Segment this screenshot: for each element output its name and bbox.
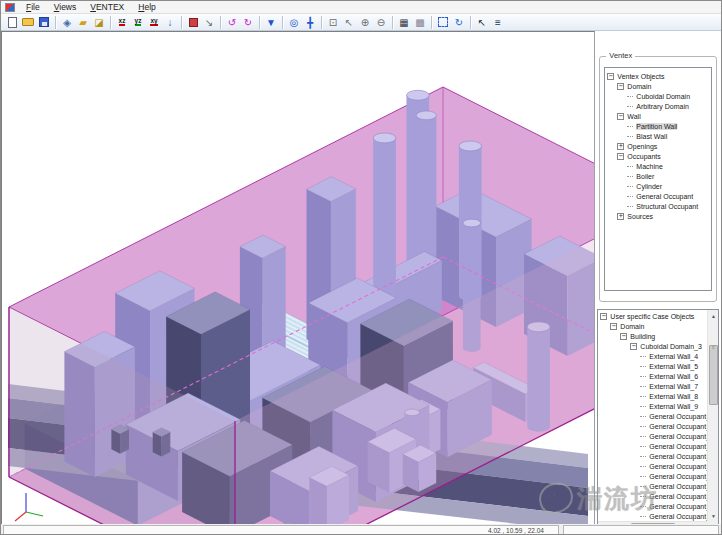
menu-item-ventex[interactable]: VENTEX [83, 1, 131, 13]
collapse-icon[interactable]: − [610, 323, 617, 330]
expand-icon[interactable]: + [617, 213, 624, 220]
tree-item[interactable]: −Wall [605, 111, 711, 121]
vertical-scrollbar[interactable]: ▲ ≡ ▼ [707, 310, 718, 521]
tree-item-label: General Occupant_16 [649, 473, 707, 480]
tree-item-label: External Wall_5 [649, 363, 698, 370]
pan-icon[interactable]: ╋ [302, 15, 318, 30]
collapse-icon[interactable]: − [617, 153, 624, 160]
side-panel: Ventex −Ventex Objects−DomainCuboidal Do… [595, 31, 721, 527]
tree-item[interactable]: General Occupant_17 [598, 481, 707, 491]
tree-item[interactable]: General Occupant_13 [598, 441, 707, 451]
tree-item-label: Domain [627, 83, 651, 90]
tree-item[interactable]: General Occupant_20 [598, 511, 707, 521]
pointer-icon[interactable]: ↖ [341, 15, 357, 30]
cursor-coordinates: 4.02 , 10.59 , 22.04 [488, 527, 544, 534]
view-orbit-icon[interactable]: ◈ [59, 15, 75, 30]
tree-item[interactable]: General Occupant_19 [598, 501, 707, 511]
arrow-down-icon[interactable]: ↓ [162, 15, 178, 30]
grid-shade-icon[interactable]: ▩ [412, 15, 428, 30]
tree-item[interactable]: Partition Wall [605, 121, 711, 131]
tree-item[interactable]: −User specific Case Objects [598, 311, 707, 321]
marquee-icon[interactable] [435, 15, 451, 30]
open-file-icon[interactable] [20, 15, 36, 30]
app-icon [5, 3, 15, 12]
collapse-icon[interactable]: − [630, 343, 637, 350]
tree-item[interactable]: −Building [598, 331, 707, 341]
tree-item[interactable]: −Ventex Objects [605, 71, 711, 81]
rotate-ccw-icon[interactable]: ↺ [224, 15, 240, 30]
collapse-icon[interactable]: − [620, 333, 627, 340]
menu-item-help[interactable]: Help [131, 1, 162, 13]
collapse-icon[interactable]: − [600, 313, 607, 320]
tree-item[interactable]: Boiler [605, 171, 711, 181]
tree-connector [640, 426, 646, 427]
tree-item[interactable]: Cuboidal Domain [605, 91, 711, 101]
scroll-down-icon[interactable]: ▼ [708, 510, 719, 521]
collapse-icon[interactable]: − [617, 113, 624, 120]
tree-item[interactable]: External Wall_9 [598, 401, 707, 411]
view-box-icon[interactable]: ▰ [75, 15, 91, 30]
tree-item[interactable]: +Openings [605, 141, 711, 151]
tree-item[interactable]: External Wall_8 [598, 391, 707, 401]
tree-item[interactable]: −Cuboidal Domain_3 [598, 341, 707, 351]
tree-item[interactable]: General Occupant_11 [598, 421, 707, 431]
tree-item[interactable]: +Sources [605, 211, 711, 221]
tree-item[interactable]: −Domain [598, 321, 707, 331]
tree-item-label: General Occupant_17 [649, 483, 707, 490]
scroll-up-icon[interactable]: ▲ [708, 310, 719, 321]
collapse-icon[interactable]: − [607, 73, 614, 80]
grid-icon[interactable]: ▦ [396, 15, 412, 30]
tree-item[interactable]: General Occupant_14 [598, 451, 707, 461]
tree-item[interactable]: Structural Occupant [605, 201, 711, 211]
tree-item[interactable]: External Wall_7 [598, 381, 707, 391]
tree-item-label: General Occupant_20 [649, 513, 707, 520]
tree-item[interactable]: External Wall_6 [598, 371, 707, 381]
tree-item[interactable]: General Occupant_15 [598, 461, 707, 471]
tree-connector [627, 166, 633, 167]
toolbar-separator [321, 16, 322, 29]
tree-item[interactable]: Blast Wall [605, 131, 711, 141]
axis-triad-icon [10, 490, 56, 524]
case-objects-tree[interactable]: −User specific Case Objects−Domain−Build… [597, 309, 719, 533]
domain-tool-icon[interactable] [185, 15, 201, 30]
toolbar-separator [282, 16, 283, 29]
view-xz-icon[interactable]: xz [114, 15, 130, 30]
select-window-icon[interactable]: ⊡ [325, 15, 341, 30]
view-xy-icon[interactable]: xy [146, 15, 162, 30]
tree-item[interactable]: −Domain [605, 81, 711, 91]
collapse-icon[interactable]: − [617, 83, 624, 90]
tree-item[interactable]: General Occupant [605, 191, 711, 201]
tree-item[interactable]: −Occupants [605, 151, 711, 161]
expand-icon[interactable]: + [617, 143, 624, 150]
tree-connector [627, 96, 633, 97]
zoom-out-icon[interactable]: ⊖ [373, 15, 389, 30]
cursor-icon[interactable]: ↖ [474, 15, 490, 30]
vertical-scroll-thumb[interactable]: ≡ [709, 345, 718, 405]
tree-item[interactable]: General Occupant_12 [598, 431, 707, 441]
rotate-cw-icon[interactable]: ↻ [240, 15, 256, 30]
refresh-icon[interactable]: ↻ [451, 15, 467, 30]
view-yz-icon[interactable]: yz [130, 15, 146, 30]
jet-icon[interactable]: ▼ [263, 15, 279, 30]
orbit-icon[interactable]: ◎ [286, 15, 302, 30]
zoom-in-icon[interactable]: ⊕ [357, 15, 373, 30]
scene-3d-model[interactable] [2, 32, 595, 527]
ventex-objects-tree[interactable]: −Ventex Objects−DomainCuboidal DomainArb… [604, 67, 712, 291]
tree-item[interactable]: General Occupant_16 [598, 471, 707, 481]
tree-item[interactable]: External Wall_4 [598, 351, 707, 361]
viewport-3d[interactable] [1, 31, 595, 527]
menu-item-file[interactable]: File [19, 1, 47, 13]
tree-item[interactable]: General Occupant_18 [598, 491, 707, 501]
menu-item-views[interactable]: Views [47, 1, 84, 13]
line-arrow-icon[interactable]: ↘ [201, 15, 217, 30]
tree-item[interactable]: Cylinder [605, 181, 711, 191]
tree-item[interactable]: General Occupant_10 [598, 411, 707, 421]
view-cube-icon[interactable]: ◪ [91, 15, 107, 30]
list-lines-icon[interactable]: ≡ [490, 15, 506, 30]
save-file-icon[interactable] [36, 15, 52, 30]
tree-item[interactable]: Machine [605, 161, 711, 171]
tree-item[interactable]: External Wall_5 [598, 361, 707, 371]
new-file-icon[interactable] [4, 15, 20, 30]
groupbox-title: Ventex [606, 51, 635, 60]
tree-item[interactable]: Arbitrary Domain [605, 101, 711, 111]
